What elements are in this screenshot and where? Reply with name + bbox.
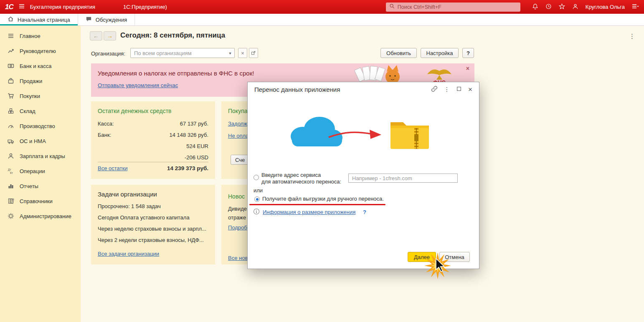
all-news-link[interactable]: Все нов xyxy=(228,255,248,261)
sidebar: Главное Руководителю Банк и касса Продаж… xyxy=(0,26,81,322)
task-next-week: Через неделю страховые взносы и зарпл... xyxy=(98,226,211,232)
service-address-input[interactable] xyxy=(348,174,458,183)
notifications-bell-icon[interactable] xyxy=(532,3,538,11)
sidebar-item-fixed-assets[interactable]: ОС и НМА xyxy=(0,133,81,148)
svg-text:Кт: Кт xyxy=(10,171,13,174)
user-name[interactable]: Круглова Ольга xyxy=(586,4,625,10)
debt-link[interactable]: Задолж xyxy=(228,121,247,127)
banner-close-icon[interactable]: × xyxy=(466,65,469,72)
help-button[interactable]: ? xyxy=(462,48,474,58)
sidebar-item-purchases[interactable]: Покупки xyxy=(0,88,81,103)
organization-clear-button[interactable]: × xyxy=(238,48,247,58)
organization-input[interactable] xyxy=(131,50,226,56)
purchases-card-title: Покупа xyxy=(228,108,248,114)
search-input[interactable] xyxy=(398,4,517,10)
organization-combobox[interactable]: ▾ xyxy=(130,48,235,58)
sidebar-item-bank-cash[interactable]: Банк и касса xyxy=(0,58,81,73)
top-bar: 1С Бухгалтерия предприятия 1С:Предприяти… xyxy=(0,0,644,14)
settings-button[interactable]: Настройка xyxy=(421,48,459,58)
tasks-card-title: Задачи организации xyxy=(98,191,157,198)
cash-row-bank: Банк:14 148 326 руб. xyxy=(98,132,208,138)
favorites-star-icon[interactable] xyxy=(559,3,565,11)
bag-icon xyxy=(8,78,14,84)
sidebar-item-sales[interactable]: Продажи xyxy=(0,73,81,88)
app-size-info-link[interactable]: Информация о размере приложения xyxy=(263,209,355,215)
dtkt-icon: ДтКт xyxy=(8,168,14,174)
news-row-2: отраже xyxy=(228,214,246,221)
refresh-button[interactable]: Обновить xyxy=(380,48,417,58)
search-icon xyxy=(389,3,395,10)
history-nav: ← → xyxy=(90,31,116,40)
user-icon[interactable] xyxy=(572,3,578,11)
maximize-icon[interactable] xyxy=(456,86,462,93)
sidebar-item-payroll[interactable]: Зарплата и кадры xyxy=(0,148,81,164)
cash-balances-card: Остатки денежных средств Касса:67 137 ру… xyxy=(91,101,215,179)
page-title-date: Сегодня: 8 сентября, пятница xyxy=(120,31,225,40)
sidebar-item-administration[interactable]: Администрирование xyxy=(0,209,81,224)
cash-row-kassa: Касса:67 137 руб. xyxy=(98,121,208,127)
tab-discussions[interactable]: Обсуждения xyxy=(78,14,135,25)
news-row-1: Дивиде xyxy=(228,206,247,212)
info-icon xyxy=(253,208,260,216)
sidebar-item-manager[interactable]: Руководителю xyxy=(0,43,81,58)
auto-transfer-label-line2[interactable]: для автоматического переноса: xyxy=(261,179,341,185)
sidebar-item-directories[interactable]: Справочники xyxy=(0,194,81,209)
auto-transfer-radio[interactable] xyxy=(254,175,259,180)
nav-forward-button[interactable]: → xyxy=(104,31,116,40)
banknote-icon xyxy=(8,63,14,69)
page-kebab-menu-icon[interactable]: ⋮ xyxy=(629,33,635,40)
history-clock-icon[interactable] xyxy=(545,3,552,11)
cart-icon xyxy=(8,93,14,99)
sidebar-item-main[interactable]: Главное xyxy=(0,28,81,43)
dialog-kebab-menu-icon[interactable]: ⋮ xyxy=(444,86,450,93)
dialog-close-icon[interactable]: × xyxy=(468,86,472,93)
invoice-button[interactable]: Сче xyxy=(231,155,249,165)
app-title: Бухгалтерия предприятия xyxy=(30,4,95,10)
bar-chart-icon xyxy=(8,183,14,189)
global-search[interactable] xyxy=(386,3,520,12)
boxes-icon xyxy=(8,108,14,114)
cash-card-title: Остатки денежных средств xyxy=(98,108,172,114)
organization-tasks-card: Задачи организации Просрочено: 1 548 зад… xyxy=(91,185,215,264)
gauge-icon xyxy=(8,123,14,129)
organization-open-button[interactable] xyxy=(249,48,258,58)
dialog-title-bar: Перенос данных приложения ⋮ × xyxy=(248,82,479,96)
sidebar-item-warehouse[interactable]: Склад xyxy=(0,103,81,118)
all-balances-link[interactable]: Все остатки xyxy=(98,165,127,171)
gear-icon xyxy=(8,213,14,219)
manual-transfer-radio[interactable] xyxy=(254,196,260,202)
sidebar-item-reports[interactable]: Отчеты xyxy=(0,179,81,194)
info-help-button[interactable]: ? xyxy=(363,209,366,215)
all-tasks-link[interactable]: Все задачи организации xyxy=(98,251,159,257)
task-overdue: Просрочено: 1 548 задач xyxy=(98,203,211,209)
banner-send-notifications-link[interactable]: Отправьте уведомления сейчас xyxy=(98,82,178,88)
dialog-title: Перенос данных приложения xyxy=(254,86,340,93)
zip-folder-icon xyxy=(389,117,431,153)
manual-transfer-label[interactable]: Получите файл выгрузки для ручного перен… xyxy=(262,196,384,202)
home-icon xyxy=(8,16,14,23)
person-icon xyxy=(8,153,14,159)
auto-transfer-label-line1[interactable]: Введите адрес сервиса xyxy=(261,172,321,178)
tab-discussions-label: Обсуждения xyxy=(96,17,127,23)
1c-logo: 1С xyxy=(5,3,13,11)
nav-back-button[interactable]: ← xyxy=(90,31,102,40)
trend-icon xyxy=(8,48,14,54)
cancel-button[interactable]: Отмена xyxy=(439,252,470,262)
tab-home-page[interactable]: Начальная страница xyxy=(0,14,78,25)
cash-row-usd: -206 USD xyxy=(98,154,208,161)
unpaid-link[interactable]: Не опла xyxy=(228,133,248,139)
get-link-icon[interactable] xyxy=(431,86,438,93)
service-menu-icon[interactable] xyxy=(632,3,639,11)
next-button[interactable]: Далее xyxy=(408,252,436,262)
sidebar-item-production[interactable]: Производство xyxy=(0,118,81,133)
cash-row-eur: 524 EUR xyxy=(98,143,208,149)
main-menu-icon[interactable] xyxy=(18,3,25,11)
truck-icon xyxy=(8,138,14,144)
task-two-weeks: Через 2 недели страховые взносы, НДФ... xyxy=(98,237,211,243)
news-more-link[interactable]: Подроб xyxy=(228,224,247,231)
books-icon xyxy=(8,198,14,204)
transfer-arrow xyxy=(328,126,383,144)
sidebar-item-operations[interactable]: ДтКт Операции xyxy=(0,164,81,179)
news-card-title: Новос xyxy=(228,193,245,200)
chevron-down-icon[interactable]: ▾ xyxy=(226,48,234,58)
